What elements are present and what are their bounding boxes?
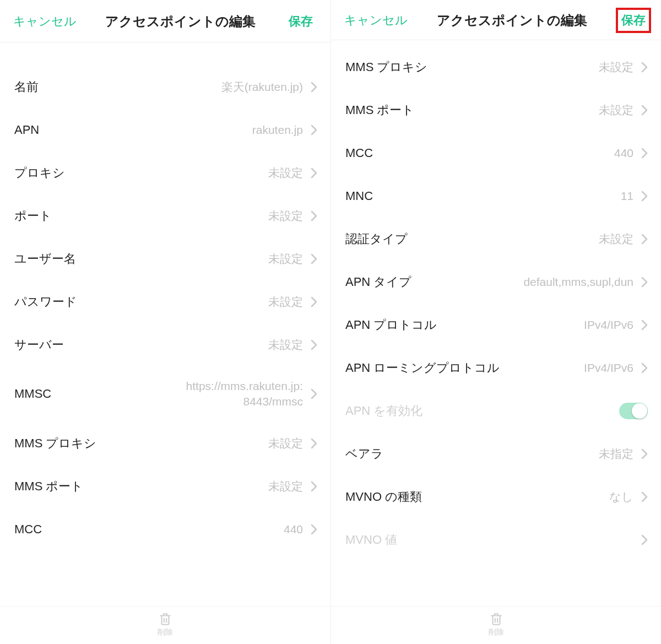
page-title: アクセスポイントの編集 (77, 13, 284, 30)
chevron-right-icon (311, 82, 317, 93)
row-label: ベアラ (345, 446, 383, 462)
row-mms-port[interactable]: MMS ポート 未設定 (0, 465, 330, 508)
row-label: ユーザー名 (14, 251, 76, 267)
row-value: 未設定 (268, 436, 303, 451)
row-mvno-type[interactable]: MVNO の種類 なし (331, 475, 661, 518)
header: キャンセル アクセスポイントの編集 保存 (331, 0, 661, 40)
row-label: APN プロトコル (345, 317, 437, 333)
chevron-right-icon (311, 388, 317, 399)
chevron-right-icon (641, 105, 648, 116)
chevron-right-icon (311, 253, 317, 264)
row-label: APN (14, 123, 39, 137)
row-value: IPv4/IPv6 (584, 317, 633, 333)
chevron-right-icon (641, 534, 648, 545)
row-label: APN タイプ (345, 274, 411, 290)
row-value: 楽天(rakuten.jp) (221, 79, 303, 95)
row-apn-enable: APN を有効化 (331, 389, 661, 432)
trash-icon (489, 612, 503, 626)
row-mmsc[interactable]: MMSC https://mms.rakuten.jp:8443/mmsc (0, 366, 330, 422)
row-mms-proxy[interactable]: MMS プロキシ 未設定 (0, 422, 330, 465)
row-value: IPv4/IPv6 (584, 360, 633, 376)
row-label: MMS プロキシ (345, 59, 427, 75)
chevron-right-icon (311, 339, 317, 350)
footer-label: 削除 (158, 627, 173, 637)
row-apn[interactable]: APN rakuten.jp (0, 109, 330, 151)
header: キャンセル アクセスポイントの編集 保存 (0, 0, 330, 42)
delete-button[interactable]: 削除 (0, 606, 330, 644)
row-value: default,mms,supl,dun (523, 274, 633, 290)
toggle-switch[interactable] (619, 403, 648, 419)
row-value: 未設定 (268, 294, 303, 310)
row-label: MCC (345, 146, 373, 160)
chevron-right-icon (641, 448, 648, 459)
row-label: MVNO の種類 (345, 489, 422, 505)
row-value: rakuten.jp (252, 122, 303, 138)
row-value: https://mms.rakuten.jp:8443/mmsc (182, 378, 303, 410)
chevron-right-icon (641, 234, 648, 245)
chevron-right-icon (641, 320, 648, 331)
row-port[interactable]: ポート 未設定 (0, 194, 330, 237)
row-mcc[interactable]: MCC 440 (331, 132, 661, 175)
row-password[interactable]: パスワード 未設定 (0, 280, 330, 323)
trash-icon (158, 612, 172, 626)
row-label: ポート (14, 208, 52, 224)
row-mnc[interactable]: MNC 11 (331, 175, 661, 218)
row-label: MMS プロキシ (14, 435, 96, 452)
row-name[interactable]: 名前 楽天(rakuten.jp) (0, 66, 330, 109)
cancel-button[interactable]: キャンセル (344, 12, 408, 29)
toggle-knob (632, 403, 647, 419)
row-mms-proxy[interactable]: MMS プロキシ 未設定 (331, 46, 661, 89)
chevron-right-icon (641, 191, 648, 202)
footer-label: 削除 (489, 627, 504, 637)
row-apn-roaming-protocol[interactable]: APN ローミングプロトコル IPv4/IPv6 (331, 347, 661, 389)
chevron-right-icon (641, 491, 648, 502)
row-label: 認証タイプ (345, 231, 408, 247)
row-label: APN を有効化 (345, 403, 422, 419)
row-label: MMS ポート (345, 102, 414, 118)
chevron-right-icon (311, 481, 317, 492)
chevron-right-icon (311, 125, 317, 136)
chevron-right-icon (311, 296, 317, 307)
row-apn-type[interactable]: APN タイプ default,mms,supl,dun (331, 261, 661, 304)
row-mcc[interactable]: MCC 440 (0, 508, 330, 551)
row-value: 11 (621, 188, 633, 204)
row-value: 未設定 (268, 165, 303, 181)
row-label: MNC (345, 189, 373, 203)
page-title: アクセスポイントの編集 (408, 12, 616, 29)
row-value: 440 (284, 522, 303, 537)
screen-right: キャンセル アクセスポイントの編集 保存 MMS プロキシ 未設定 MMS ポー… (330, 0, 661, 644)
row-bearer[interactable]: ベアラ 未指定 (331, 432, 661, 475)
row-value: 未設定 (599, 231, 633, 247)
cancel-button[interactable]: キャンセル (13, 13, 77, 30)
row-server[interactable]: サーバー 未設定 (0, 323, 330, 366)
row-value: 未設定 (599, 59, 633, 75)
row-label: 名前 (14, 79, 39, 95)
save-button[interactable]: 保存 (616, 8, 651, 33)
row-value: なし (609, 489, 633, 505)
chevron-right-icon (311, 524, 317, 535)
delete-button[interactable]: 削除 (331, 606, 661, 644)
row-value: 440 (614, 145, 633, 161)
row-value: 未設定 (268, 337, 303, 353)
row-auth-type[interactable]: 認証タイプ 未設定 (331, 218, 661, 261)
row-value: 未指定 (599, 446, 633, 462)
save-button[interactable]: 保存 (284, 11, 317, 32)
chevron-right-icon (641, 362, 648, 374)
row-label: APN ローミングプロトコル (345, 360, 500, 376)
row-label: MMS ポート (14, 478, 83, 495)
row-value: 未設定 (268, 251, 303, 267)
row-label: プロキシ (14, 165, 65, 181)
row-mms-port[interactable]: MMS ポート 未設定 (331, 89, 661, 132)
row-proxy[interactable]: プロキシ 未設定 (0, 151, 330, 194)
row-label: サーバー (14, 337, 64, 353)
row-label: MMSC (14, 387, 51, 401)
row-apn-protocol[interactable]: APN プロトコル IPv4/IPv6 (331, 304, 661, 347)
chevron-right-icon (641, 148, 648, 159)
chevron-right-icon (641, 277, 648, 288)
chevron-right-icon (311, 167, 317, 178)
chevron-right-icon (311, 210, 317, 221)
row-label: MVNO 値 (345, 532, 397, 548)
row-username[interactable]: ユーザー名 未設定 (0, 237, 330, 280)
row-label: パスワード (14, 294, 77, 310)
screen-left: キャンセル アクセスポイントの編集 保存 名前 楽天(rakuten.jp) A… (0, 0, 330, 644)
